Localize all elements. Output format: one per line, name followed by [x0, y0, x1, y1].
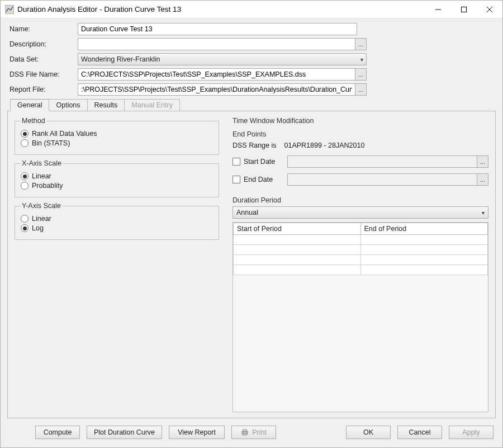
method-rank-option[interactable]: Rank All Data Values [21, 130, 213, 138]
close-button[interactable] [477, 1, 502, 18]
start-date-browse-button[interactable]: … [477, 155, 488, 168]
y-axis-legend: Y-Axis Scale [21, 202, 62, 210]
general-left-column: Method Rank All Data Values Bin (STATS) … [8, 111, 226, 418]
tab-manual-entry: Manual Entry [124, 99, 180, 111]
end-date-browse-button[interactable]: … [477, 173, 488, 186]
x-axis-probability-label: Probablity [32, 182, 63, 190]
dss-file-label: DSS File Name: [7, 70, 74, 78]
bottom-bar: Compute Plot Duration Curve View Report … [7, 422, 496, 443]
duration-period-value: Annual [236, 209, 258, 216]
method-rank-label: Rank All Data Values [32, 130, 97, 138]
window-root: Duration Analysis Editor - Duration Curv… [0, 0, 503, 448]
table-row[interactable] [234, 255, 488, 265]
method-bin-option[interactable]: Bin (STATS) [21, 139, 213, 147]
description-input[interactable] [78, 38, 355, 50]
compute-button[interactable]: Compute [35, 426, 80, 439]
ellipsis-icon: … [480, 159, 486, 165]
y-axis-log-label: Log [32, 224, 44, 232]
view-report-button[interactable]: View Report [169, 426, 225, 439]
table-row[interactable] [234, 265, 488, 275]
period-table: Start of Period End of Period [232, 222, 488, 412]
end-date-label: End Date [244, 176, 273, 183]
method-bin-label: Bin (STATS) [32, 139, 70, 147]
x-axis-linear-option[interactable]: Linear [21, 172, 213, 180]
end-date-row: End Date … [232, 173, 488, 186]
title-bar: Duration Analysis Editor - Duration Curv… [1, 1, 502, 18]
app-icon [5, 5, 14, 14]
checkbox-icon [232, 176, 240, 183]
tab-options[interactable]: Options [49, 99, 87, 111]
maximize-button[interactable] [451, 1, 477, 18]
duration-period-combo[interactable]: Annual ▾ [232, 206, 488, 219]
table-row[interactable] [234, 245, 488, 255]
chevron-down-icon: ▾ [482, 210, 485, 216]
chevron-down-icon: ▾ [360, 56, 363, 63]
radio-icon [21, 139, 29, 147]
y-axis-log-option[interactable]: Log [21, 224, 213, 232]
client-area: Name: Description: … Data Set: Wondering… [1, 18, 502, 447]
description-label: Description: [7, 40, 74, 48]
print-button: Print [231, 426, 276, 439]
name-input[interactable] [78, 23, 357, 35]
end-date-input [287, 173, 477, 186]
duration-period-section-label: Duration Period [232, 196, 488, 204]
ok-button[interactable]: OK [346, 426, 391, 439]
report-file-input[interactable] [78, 83, 355, 96]
x-axis-legend: X-Axis Scale [21, 159, 63, 167]
dss-range-value: 01APR1899 - 28JAN2010 [284, 142, 365, 149]
table-row[interactable] [234, 235, 488, 245]
x-axis-linear-label: Linear [32, 172, 51, 180]
end-points-label: End Points [232, 130, 488, 138]
name-label: Name: [7, 25, 74, 33]
plot-duration-curve-button[interactable]: Plot Duration Curve [87, 426, 162, 439]
y-axis-linear-option[interactable]: Linear [21, 215, 213, 223]
svg-rect-7 [243, 433, 246, 435]
start-date-row: Start Date … [232, 155, 488, 168]
report-file-browse-button[interactable]: … [355, 83, 367, 96]
radio-icon [21, 130, 29, 138]
period-col-end[interactable]: End of Period [360, 223, 488, 235]
ellipsis-icon: … [358, 41, 364, 48]
y-axis-linear-label: Linear [32, 215, 51, 223]
end-date-toggle[interactable]: End Date [232, 176, 283, 183]
ellipsis-icon: … [480, 177, 486, 183]
dss-range-row: DSS Range is 01APR1899 - 28JAN2010 [232, 142, 488, 149]
x-axis-group: X-Axis Scale Linear Probablity [15, 159, 219, 197]
period-col-start[interactable]: Start of Period [234, 223, 361, 235]
dss-file-browse-button[interactable]: … [355, 68, 367, 81]
data-set-value: Wondering River-Franklin [81, 55, 160, 63]
svg-rect-2 [462, 7, 467, 12]
method-legend: Method [21, 117, 46, 125]
start-date-label: Start Date [244, 158, 275, 166]
cancel-button[interactable]: Cancel [397, 426, 442, 439]
period-table-empty-area [233, 275, 488, 412]
tabs-header: General Options Results Manual Entry [10, 99, 496, 111]
data-set-label: Data Set: [7, 55, 74, 63]
start-date-toggle[interactable]: Start Date [232, 158, 283, 166]
description-expand-button[interactable]: … [355, 38, 367, 50]
time-window-section-label: Time Window Modification [232, 117, 488, 125]
start-date-input [287, 155, 477, 168]
ellipsis-icon: … [358, 87, 364, 93]
apply-button: Apply [449, 426, 493, 439]
printer-icon [241, 429, 249, 436]
dss-file-input[interactable] [78, 68, 355, 81]
tab-results[interactable]: Results [87, 99, 125, 111]
dss-range-label: DSS Range is [232, 142, 277, 149]
data-set-combo[interactable]: Wondering River-Franklin ▾ [78, 53, 367, 65]
y-axis-group: Y-Axis Scale Linear Log [15, 202, 219, 240]
report-file-label: Report File: [7, 86, 74, 93]
ellipsis-icon: … [358, 72, 364, 78]
window-title: Duration Analysis Editor - Duration Curv… [17, 5, 425, 13]
method-group: Method Rank All Data Values Bin (STATS) [15, 117, 219, 155]
properties-grid: Name: Description: … Data Set: Wondering… [7, 23, 496, 96]
minimize-button[interactable] [425, 1, 451, 18]
x-axis-probability-option[interactable]: Probablity [21, 182, 213, 190]
general-right-column: Time Window Modification End Points DSS … [226, 111, 495, 418]
tab-general[interactable]: General [10, 99, 49, 111]
checkbox-icon [232, 158, 240, 166]
print-label: Print [252, 428, 267, 436]
radio-icon [21, 182, 29, 190]
radio-icon [21, 215, 29, 223]
radio-icon [21, 224, 29, 232]
